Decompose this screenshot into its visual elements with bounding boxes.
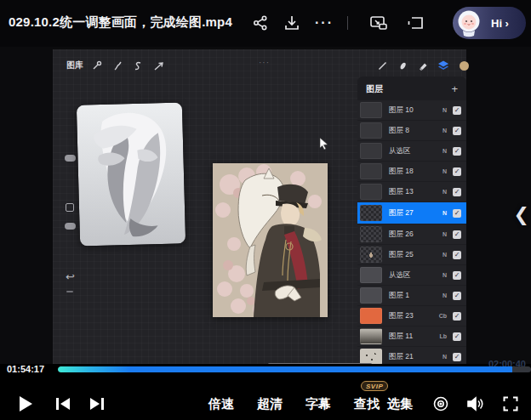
layer-visibility-checkbox[interactable]: ✓ [453, 251, 461, 259]
layer-name-label: 图层 26 [389, 230, 442, 240]
download-icon[interactable] [281, 12, 303, 34]
find-button[interactable]: 查找 [354, 396, 380, 412]
share-icon[interactable] [249, 12, 271, 34]
progress-bar[interactable] [58, 366, 531, 372]
layer-thumbnail[interactable] [360, 102, 382, 118]
layer-blend-mode-button[interactable]: Cb [439, 313, 447, 319]
opacity-slider[interactable] [65, 223, 76, 230]
modify-button[interactable] [66, 203, 74, 212]
layer-thumbnail[interactable] [360, 184, 382, 200]
layer-thumbnail[interactable] [360, 308, 382, 324]
layers-list: 图层 10N✓图层 8N✓从选区N✓图层 18N✓图层 13N✓图层 27N✓图… [357, 100, 466, 364]
color-swatch-icon[interactable] [456, 58, 471, 73]
redo-tick[interactable] [66, 291, 73, 292]
layer-row[interactable]: 图层 1N✓ [357, 286, 466, 305]
playback-speed-button[interactable]: 倍速 [208, 396, 234, 412]
layer-visibility-checkbox[interactable]: ✓ [453, 167, 461, 176]
layer-visibility-checkbox[interactable]: ✓ [453, 292, 461, 300]
layers-panel-icon[interactable] [436, 58, 451, 73]
video-frame[interactable]: 图库 [0, 47, 531, 364]
subtitle-button[interactable]: 字幕 [305, 396, 331, 412]
layer-blend-mode-button[interactable]: N [442, 107, 447, 113]
layer-visibility-checkbox[interactable]: ✓ [453, 353, 461, 361]
layer-name-label: 图层 11 [389, 332, 439, 342]
video-player-window: 029.10.2统一调整画面，完成绘图.mp4 ··· [0, 0, 531, 420]
layer-blend-mode-button[interactable]: N [442, 272, 447, 278]
record-screen-icon[interactable] [429, 393, 453, 415]
layer-row[interactable]: 图层 18N✓ [357, 162, 466, 181]
layer-thumbnail[interactable] [360, 287, 382, 304]
next-episode-button[interactable] [85, 393, 109, 415]
layer-thumbnail[interactable] [360, 226, 382, 242]
actions-wrench-icon[interactable] [88, 58, 104, 73]
quality-button[interactable]: 超清 [257, 396, 283, 412]
layer-thumbnail[interactable] [360, 267, 382, 283]
layer-blend-mode-button[interactable]: N [442, 189, 447, 195]
add-layer-button[interactable]: + [451, 85, 458, 94]
toolbar-divider [347, 16, 348, 30]
transform-arrow-icon[interactable] [151, 58, 166, 73]
assistant-avatar-button[interactable]: Hi › [453, 7, 526, 39]
layer-visibility-checkbox[interactable]: ✓ [453, 312, 461, 321]
layer-visibility-checkbox[interactable]: ✓ [453, 106, 461, 115]
layer-row[interactable]: 图层 11Lb✓ [357, 326, 466, 346]
layer-row[interactable]: 从选区N✓ [357, 265, 466, 285]
layer-blend-mode-button[interactable]: Lb [439, 333, 447, 339]
layer-visibility-checkbox[interactable]: ✓ [453, 332, 461, 341]
layer-blend-mode-button[interactable]: N [442, 252, 447, 258]
layer-thumbnail[interactable] [360, 205, 382, 221]
selection-tool-icon[interactable] [130, 58, 146, 73]
fullscreen-icon[interactable] [499, 393, 522, 415]
top-title-bar: 029.10.2统一调整画面，完成绘图.mp4 ··· [0, 0, 531, 47]
layer-blend-mode-button[interactable]: N [442, 231, 447, 237]
layer-thumbnail[interactable] [360, 247, 382, 263]
layer-visibility-checkbox[interactable]: ✓ [453, 271, 461, 280]
smudge-tool-icon[interactable] [395, 58, 410, 73]
layer-thumbnail[interactable] [360, 349, 382, 364]
layer-thumbnail[interactable] [360, 328, 382, 344]
gallery-button[interactable]: 图库 [66, 60, 83, 71]
layer-name-label: 图层 18 [389, 167, 442, 177]
svip-badge[interactable]: SVIP [361, 381, 388, 391]
layer-row[interactable]: 图层 23Cb✓ [357, 306, 466, 326]
layer-blend-mode-button[interactable]: N [442, 128, 447, 133]
picture-in-picture-icon[interactable] [368, 12, 390, 34]
mascot-avatar-icon [454, 8, 485, 38]
layer-row[interactable]: 图层 13N✓ [357, 182, 466, 201]
layer-name-label: 从选区 [389, 270, 442, 281]
layer-visibility-checkbox[interactable]: ✓ [453, 127, 461, 135]
volume-icon[interactable] [463, 393, 487, 415]
layer-blend-mode-button[interactable]: N [442, 210, 447, 216]
episodes-button[interactable]: 选集 [387, 396, 413, 412]
layer-blend-mode-button[interactable]: N [442, 354, 447, 360]
layer-thumbnail[interactable] [360, 122, 382, 139]
layer-visibility-checkbox[interactable]: ✓ [453, 209, 461, 218]
previous-episode-button[interactable] [51, 393, 75, 415]
brush-size-slider[interactable] [65, 155, 76, 162]
layer-thumbnail[interactable] [360, 143, 382, 159]
progress-fill [58, 366, 512, 372]
layer-row[interactable]: 图层 26N✓ [357, 224, 466, 244]
undo-icon[interactable]: ↩ [66, 270, 75, 283]
layer-thumbnail[interactable] [360, 163, 382, 179]
layer-name-label: 图层 13 [389, 187, 442, 197]
eraser-tool-icon[interactable] [415, 58, 431, 73]
layer-row[interactable]: 图层 8N✓ [357, 121, 466, 140]
play-button[interactable] [14, 393, 37, 415]
layer-visibility-checkbox[interactable]: ✓ [453, 188, 461, 196]
layer-row[interactable]: 图层 10N✓ [357, 100, 466, 120]
layer-row[interactable]: 图层 25N✓ [357, 245, 466, 264]
layer-row[interactable]: 图层 21N✓ [357, 347, 466, 364]
layer-visibility-checkbox[interactable]: ✓ [453, 230, 461, 239]
more-icon[interactable]: ··· [313, 12, 335, 34]
brush-tool-icon[interactable] [374, 58, 390, 73]
layer-blend-mode-button[interactable]: N [442, 148, 447, 154]
theater-mode-icon[interactable] [405, 12, 427, 34]
layer-visibility-checkbox[interactable]: ✓ [453, 147, 461, 156]
layer-row[interactable]: 图层 27N✓ [357, 202, 466, 224]
adjustments-wand-icon[interactable] [110, 58, 125, 73]
side-panel-expand-chevron[interactable]: ❮ [514, 204, 529, 226]
layer-blend-mode-button[interactable]: N [442, 168, 447, 174]
layer-row[interactable]: 从选区N✓ [357, 141, 466, 161]
layer-blend-mode-button[interactable]: N [442, 292, 447, 298]
